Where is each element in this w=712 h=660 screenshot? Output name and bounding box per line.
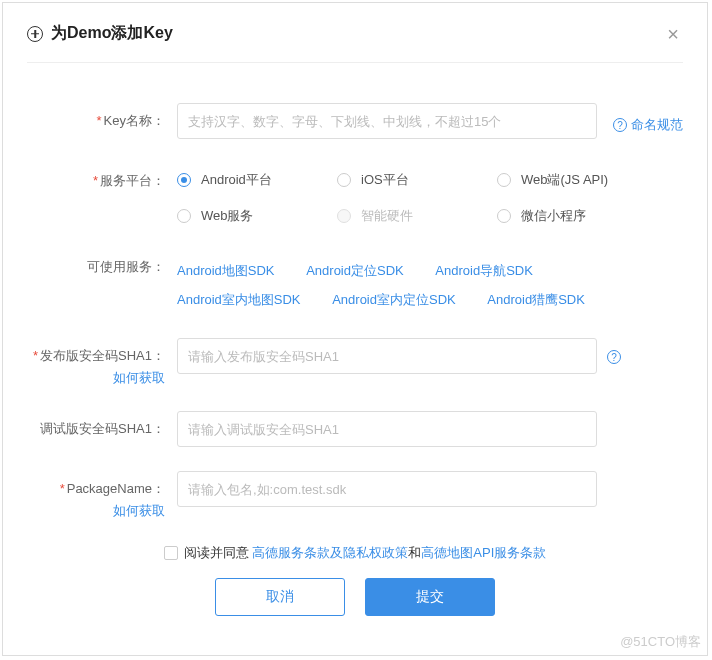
service-link[interactable]: Android地图SDK [177,257,275,286]
question-circle-icon: ? [613,118,627,132]
naming-convention-link[interactable]: ? 命名规范 [613,108,683,134]
package-name-input[interactable] [177,471,597,507]
release-sha1-help-icon[interactable]: ? [607,349,625,364]
label-release-sha1: *发布版安全码SHA1： 如何获取 [27,338,177,387]
plus-circle-icon [27,26,43,42]
debug-sha1-input[interactable] [177,411,597,447]
question-circle-icon: ? [607,350,621,364]
service-link[interactable]: Android导航SDK [435,257,533,286]
watermark: @51CTO博客 [620,633,701,651]
required-marker: * [93,173,98,188]
package-name-help-link[interactable]: 如何获取 [27,501,165,521]
required-marker: * [33,348,38,363]
cancel-button[interactable]: 取消 [215,578,345,616]
agreement-row: 阅读并同意 高德服务条款及隐私权政策 和 高德地图API服务条款 [27,544,683,562]
row-package-name: *PackageName： 如何获取 [27,471,683,520]
label-platform: *服务平台： [27,163,177,191]
button-row: 取消 提交 [27,578,683,616]
radio-icon [177,173,191,187]
radio-icon [337,209,351,223]
required-marker: * [60,481,65,496]
close-icon[interactable]: × [663,24,683,44]
service-link[interactable]: Android室内地图SDK [177,286,301,315]
label-key-name: *Key名称： [27,103,177,131]
row-key-name: *Key名称： ? 命名规范 [27,103,683,139]
required-marker: * [97,113,102,128]
service-link[interactable]: Android猎鹰SDK [487,286,585,315]
radio-icon [337,173,351,187]
release-sha1-input[interactable] [177,338,597,374]
label-debug-sha1: 调试版安全码SHA1： [27,411,177,439]
service-list: Android地图SDK Android定位SDK Android导航SDK A… [177,249,683,314]
radio-icon [177,209,191,223]
platform-radio-group: Android平台 iOS平台 Web端(JS API) Web服务 智能硬件 [177,163,683,225]
agreement-checkbox[interactable] [164,546,178,560]
service-link[interactable]: Android室内定位SDK [332,286,456,315]
platform-option-wechat-mini[interactable]: 微信小程序 [497,207,657,225]
add-key-dialog: 为Demo添加Key × *Key名称： ? 命名规范 *服务平台： Andro… [2,2,708,656]
key-name-input[interactable] [177,103,597,139]
service-link[interactable]: Android定位SDK [306,257,404,286]
radio-icon [497,173,511,187]
row-release-sha1: *发布版安全码SHA1： 如何获取 ? [27,338,683,387]
api-tos-link[interactable]: 高德地图API服务条款 [421,544,546,562]
tos-link[interactable]: 高德服务条款及隐私权政策 [252,544,408,562]
platform-option-smart-hardware: 智能硬件 [337,207,497,225]
platform-option-ios[interactable]: iOS平台 [337,171,497,189]
release-sha1-help-link[interactable]: 如何获取 [27,368,165,388]
radio-icon [497,209,511,223]
label-services: 可使用服务： [27,249,177,277]
agreement-prefix: 阅读并同意 [184,544,249,562]
row-platform: *服务平台： Android平台 iOS平台 Web端(JS API) [27,163,683,225]
platform-option-android[interactable]: Android平台 [177,171,337,189]
agreement-sep: 和 [408,544,421,562]
dialog-header: 为Demo添加Key × [27,23,683,63]
label-package-name: *PackageName： 如何获取 [27,471,177,520]
dialog-title: 为Demo添加Key [51,23,173,44]
platform-option-web-service[interactable]: Web服务 [177,207,337,225]
platform-option-web-js[interactable]: Web端(JS API) [497,171,657,189]
row-services: 可使用服务： Android地图SDK Android定位SDK Android… [27,249,683,314]
submit-button[interactable]: 提交 [365,578,495,616]
row-debug-sha1: 调试版安全码SHA1： [27,411,683,447]
